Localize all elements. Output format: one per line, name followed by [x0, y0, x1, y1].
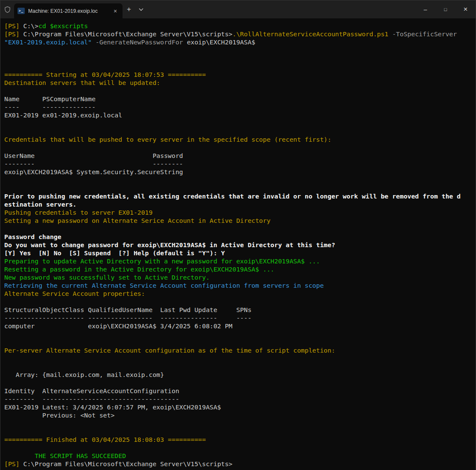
terminal-line [4, 87, 476, 95]
terminal-line [4, 330, 476, 338]
terminal-line [4, 354, 476, 362]
terminal-line [4, 379, 476, 387]
terminal-line: Name PSComputerName [4, 95, 476, 103]
terminal-line: Retrieving the current Alternate Service… [4, 281, 476, 289]
terminal-line [4, 444, 476, 452]
terminal-line: Credentials that will be pushed to every… [4, 135, 476, 143]
terminal-line: -------- -------- [4, 160, 476, 168]
terminal-line [4, 298, 476, 306]
terminal-line [4, 143, 476, 152]
terminal-line: Password change [4, 233, 476, 241]
terminal-line: EX01-2019 Latest: 3/4/2025 6:07:57 PM, e… [4, 403, 476, 411]
terminal-line [4, 46, 476, 54]
terminal-line: Do you want to change password for exoip… [4, 241, 476, 249]
terminal-line: Destination servers that will be updated… [4, 79, 476, 87]
terminal-line: [Y] Yes [N] No [S] Suspend [?] Help (def… [4, 249, 476, 257]
terminal-line: Prior to pushing new credentials, all ex… [4, 192, 476, 200]
tab-machine[interactable]: >_ Machine: EX01-2019.exoip.loc × [14, 3, 123, 18]
terminal-line [4, 184, 476, 192]
terminal-line: Resetting a password in the Active Direc… [4, 265, 476, 273]
terminal-line: Previous: <Not set> [4, 411, 476, 419]
powershell-icon: >_ [18, 8, 25, 14]
terminal-line: EX01-2019 ex01-2019.exoip.local [4, 111, 476, 119]
chevron-down-icon [139, 8, 143, 11]
terminal-line: THE SCRIPT HAS SUCCEEDED [4, 452, 476, 460]
terminal-line [4, 338, 476, 346]
terminal-line: Preparing to update Active Directory wit… [4, 257, 476, 265]
shield-icon [0, 0, 14, 18]
terminal-line [4, 54, 476, 62]
terminal-line [4, 225, 476, 233]
terminal-line [4, 419, 476, 427]
terminal-line: ---- -------------- [4, 103, 476, 111]
terminal-line: Alternate Service Account properties: [4, 289, 476, 298]
terminal-line: New password was successfully set to Act… [4, 273, 476, 281]
terminal-line: UserName Password [4, 152, 476, 160]
terminal-line [4, 427, 476, 435]
terminal-line: exoip\EXCH2019ASA$ System.Security.Secur… [4, 168, 476, 176]
terminal-output[interactable]: [PS] C:\>cd $exscripts[PS] C:\Program Fi… [0, 18, 476, 470]
tab-title: Machine: EX01-2019.exoip.loc [28, 8, 108, 14]
terminal-line: "EX01-2019.exoip.local" -GenerateNewPass… [4, 38, 476, 46]
terminal-line: Setting a new password on Alternate Seri… [4, 216, 476, 225]
terminal-window: >_ Machine: EX01-2019.exoip.loc × + – □ … [0, 0, 476, 470]
terminal-line: StructuralObjectClass QualifiedUserName … [4, 306, 476, 314]
terminal-line: [PS] C:\>cd $exscripts [4, 22, 476, 30]
tab-dropdown-button[interactable] [135, 0, 146, 18]
terminal-line: Per-server Alternate Service Account con… [4, 346, 476, 354]
terminal-line: [PS] C:\Program Files\Microsoft\Exchange… [4, 30, 476, 38]
titlebar-drag-area [146, 0, 415, 18]
terminal-line: estination servers. [4, 200, 476, 208]
terminal-line [4, 362, 476, 371]
terminal-line: ========== Finished at 03/04/2025 18:08:… [4, 435, 476, 444]
terminal-line: Pushing credentials to server EX01-2019 [4, 208, 476, 216]
terminal-line: computer exoip\EXCH2019ASA$ 3/4/2025 6:0… [4, 322, 476, 330]
titlebar: >_ Machine: EX01-2019.exoip.loc × + – □ … [0, 0, 476, 18]
terminal-line [4, 62, 476, 70]
close-button[interactable]: × [456, 0, 476, 18]
terminal-line: Identity AlternateServiceAccountConfigur… [4, 387, 476, 395]
terminal-line: --------------------- ----------------- … [4, 314, 476, 322]
terminal-line [4, 127, 476, 135]
minimize-button[interactable]: – [415, 0, 435, 18]
new-tab-button[interactable]: + [123, 0, 135, 18]
terminal-line: [PS] C:\Program Files\Microsoft\Exchange… [4, 460, 476, 468]
terminal-line [4, 176, 476, 184]
maximize-button[interactable]: □ [435, 0, 456, 18]
terminal-line: -------- -------------------------------… [4, 395, 476, 403]
terminal-line [4, 119, 476, 127]
terminal-line: Array: {mail.exoip.com, mail.exoip.com} [4, 371, 476, 379]
terminal-line: ========== Starting at 03/04/2025 18:07:… [4, 70, 476, 79]
tab-close-icon[interactable]: × [111, 7, 119, 15]
